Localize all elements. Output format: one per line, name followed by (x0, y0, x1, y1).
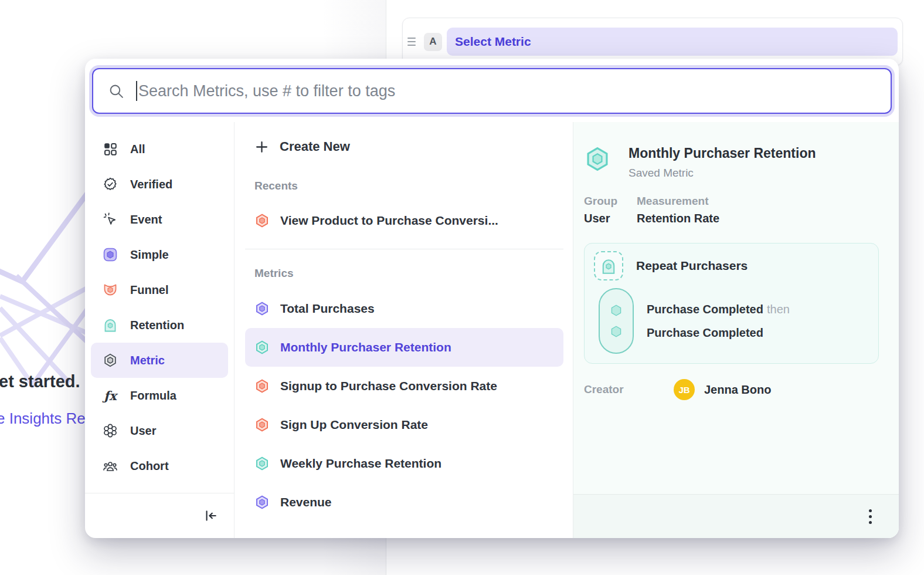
sidebar-item-formula[interactable]: ƒx Formula (91, 378, 228, 413)
verified-badge-icon (103, 177, 118, 192)
step-2-event: Purchase Completed (647, 326, 763, 339)
behavior-card-header: Repeat Purchasers (594, 251, 869, 280)
metric-item-revenue[interactable]: Revenue (245, 483, 563, 522)
cohort-people-icon (103, 458, 118, 473)
sidebar-item-label: Metric (130, 354, 165, 367)
formula-icon: ƒx (103, 388, 118, 403)
create-new-label: Create New (280, 139, 350, 154)
sidebar-item-metric[interactable]: Metric (91, 343, 228, 378)
text-caret (136, 81, 137, 101)
metrics-header: Metrics (254, 267, 563, 280)
sidebar-item-label: Formula (130, 389, 176, 402)
behavior-card-body: Purchase Completedthen Purchase Complete… (594, 288, 869, 354)
behavior-icon (594, 251, 623, 280)
simple-metric-icon (254, 495, 270, 510)
funnel-metric-icon (254, 213, 270, 228)
metric-item-signup-to-purchase-conversion-rate[interactable]: Signup to Purchase Conversion Rate (245, 367, 563, 405)
select-metric-button[interactable]: Select Metric (447, 28, 898, 56)
retention-metric-icon (254, 340, 270, 355)
detail-content: Monthly Purchaser Retention Saved Metric… (573, 122, 899, 494)
group-meta: Group User (584, 195, 623, 225)
grid-icon (103, 141, 118, 157)
sidebar-item-label: Verified (130, 178, 172, 191)
select-metric-label: Select Metric (455, 35, 531, 49)
filter-sidebar: All Verified (85, 122, 235, 538)
group-label: Group (584, 195, 623, 208)
insights-report-link-fragment[interactable]: e Insights Re (0, 410, 86, 428)
detail-title: Monthly Purchaser Retention (629, 146, 816, 161)
sidebar-item-label: Cohort (130, 459, 169, 473)
recent-item-label: View Product to Purchase Conversi... (280, 214, 498, 228)
detail-subtitle: Saved Metric (629, 167, 816, 180)
simple-metric-icon (254, 301, 270, 316)
modal-body: All Verified (85, 122, 899, 538)
creator-label: Creator (584, 383, 674, 396)
metric-item-label: Sign Up Conversion Rate (280, 418, 428, 432)
funnel-metric-icon (254, 417, 270, 432)
sidebar-item-funnel[interactable]: Funnel (91, 272, 228, 307)
step-hexagon-icon (609, 303, 623, 317)
sidebar-item-verified[interactable]: Verified (91, 167, 228, 202)
step-list: Purchase Completedthen Purchase Complete… (647, 288, 790, 354)
metric-item-total-purchases[interactable]: Total Purchases (245, 289, 563, 328)
metric-item-weekly-purchase-retention[interactable]: Weekly Purchase Retention (245, 444, 563, 483)
simple-metric-icon (103, 247, 118, 262)
sidebar-item-event[interactable]: Event (91, 202, 228, 237)
creator-name: Jenna Bono (704, 383, 771, 397)
retention-metric-icon-large (584, 146, 611, 172)
sidebar-item-label: Retention (130, 319, 184, 332)
recent-item[interactable]: View Product to Purchase Conversi... (245, 202, 563, 239)
collapse-left-icon[interactable] (202, 508, 218, 523)
behavior-card: Repeat Purchasers Purchase Completedthen… (584, 243, 879, 364)
metric-item-label: Weekly Purchase Retention (280, 456, 441, 471)
metric-item-sign-up-conversion-rate[interactable]: Sign Up Conversion Rate (245, 405, 563, 444)
metric-item-label: Signup to Purchase Conversion Rate (280, 379, 497, 393)
metric-item-label: Monthly Purchaser Retention (280, 340, 451, 354)
metric-hexagon-icon (103, 353, 118, 368)
group-value: User (584, 212, 623, 225)
search-input[interactable] (138, 82, 885, 100)
sidebar-item-retention[interactable]: Retention (91, 307, 228, 343)
sidebar-item-user[interactable]: User (91, 413, 228, 448)
filter-list: All Verified (85, 122, 234, 493)
sidebar-footer (85, 493, 234, 538)
recents-header: Recents (254, 180, 563, 192)
step-1: Purchase Completedthen (647, 303, 790, 316)
search-box[interactable] (92, 68, 892, 114)
sidebar-item-all[interactable]: All (91, 131, 228, 167)
sidebar-item-cohort[interactable]: Cohort (91, 448, 228, 483)
list-divider (245, 249, 563, 249)
detail-header: Monthly Purchaser Retention Saved Metric (584, 146, 886, 180)
funnel-icon (103, 282, 118, 297)
metric-list-panel: Create New Recents View Product to Purch… (235, 122, 573, 538)
search-area (85, 59, 899, 122)
step-hexagon-icon (609, 324, 623, 339)
more-options-icon[interactable] (865, 506, 875, 527)
sidebar-item-simple[interactable]: Simple (91, 237, 228, 272)
measurement-meta: Measurement Retention Rate (637, 195, 719, 225)
funnel-metric-icon (254, 378, 270, 394)
search-icon (108, 83, 124, 99)
sidebar-item-label: Funnel (130, 283, 169, 297)
metric-item-monthly-purchaser-retention[interactable]: Monthly Purchaser Retention (245, 328, 563, 367)
plus-icon (254, 140, 269, 154)
metric-item-label: Total Purchases (280, 302, 375, 316)
user-cluster-icon (103, 423, 118, 438)
retention-metric-icon (254, 456, 270, 471)
drag-handle-icon[interactable] (407, 35, 420, 48)
sidebar-item-label: User (130, 424, 156, 438)
step-2: Purchase Completed (647, 326, 790, 340)
retention-icon (103, 317, 118, 333)
metric-letter-badge: A (424, 33, 442, 51)
sidebar-item-label: Event (130, 213, 162, 226)
measurement-label: Measurement (637, 195, 719, 208)
metric-item-label: Revenue (280, 495, 332, 509)
sidebar-item-label: Simple (130, 248, 169, 262)
step-1-event: Purchase Completed (647, 303, 763, 316)
create-new-button[interactable]: Create New (245, 128, 563, 165)
behavior-card-title: Repeat Purchasers (636, 259, 748, 273)
get-started-heading-fragment: et started. (0, 372, 80, 391)
sidebar-item-label: All (130, 143, 145, 156)
creator-row: Creator JB Jenna Bono (584, 379, 886, 400)
decorative-chart-lines (0, 188, 89, 399)
